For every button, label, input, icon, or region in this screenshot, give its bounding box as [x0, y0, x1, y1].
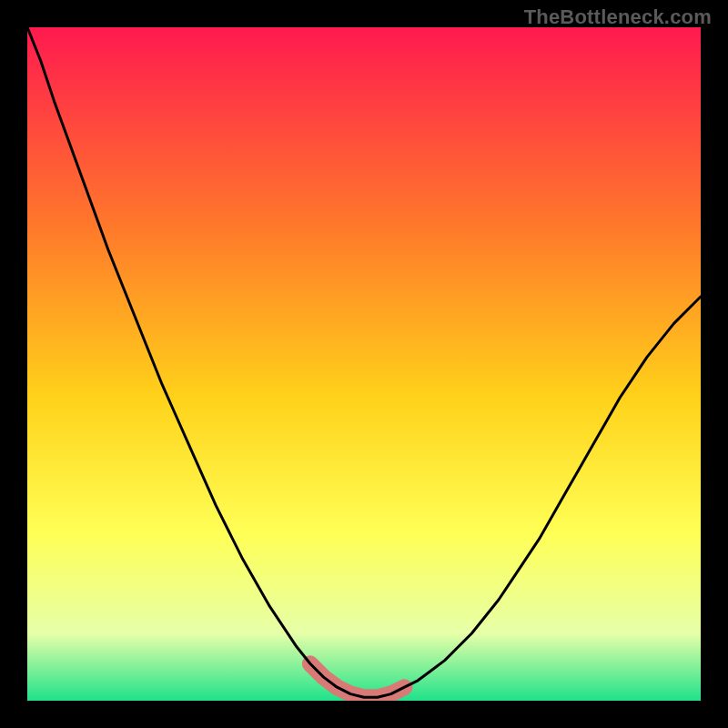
- plot-area: [27, 27, 701, 701]
- gradient-bg: [27, 27, 701, 701]
- chart-frame: TheBottleneck.com: [0, 0, 728, 728]
- watermark-text: TheBottleneck.com: [524, 5, 712, 29]
- chart-svg: [27, 27, 701, 701]
